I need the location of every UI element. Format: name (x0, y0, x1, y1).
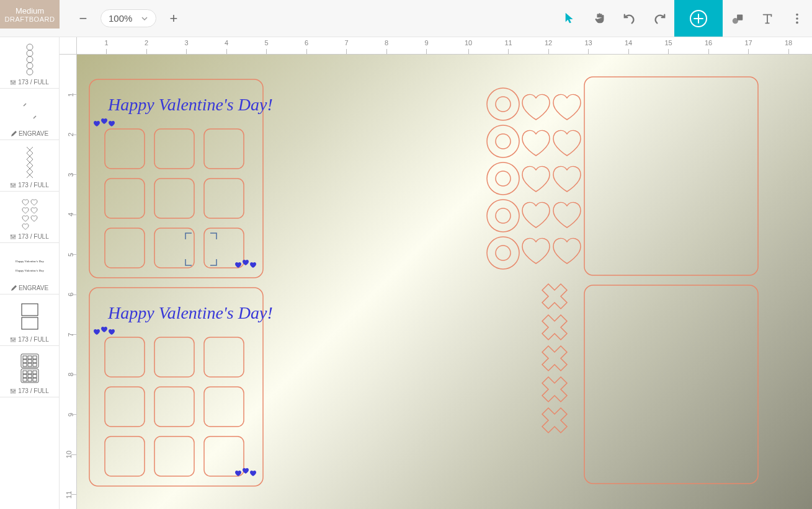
svg-point-11 (11, 81, 12, 82)
undo-button[interactable] (615, 0, 645, 37)
layer-label: 173 / FULL (10, 79, 48, 86)
svg-point-15 (12, 185, 14, 187)
svg-point-48 (12, 391, 14, 392)
svg-point-4 (796, 17, 798, 20)
svg-rect-30 (33, 356, 37, 359)
layer-label: 173 / FULL (10, 387, 48, 394)
svg-text:Happy Valentine's Day: Happy Valentine's Day (16, 269, 44, 272)
layer-item[interactable]: Happy Valentine's DayHappy Valentine's D… (0, 243, 59, 294)
svg-rect-62 (154, 337, 194, 377)
svg-rect-54 (105, 179, 145, 218)
svg-rect-29 (28, 356, 32, 359)
svg-point-12 (12, 82, 14, 84)
svg-rect-58 (154, 228, 194, 268)
svg-rect-34 (23, 363, 27, 366)
layer-thumb-circles (11, 42, 48, 76)
zoom-controls: − 100% + (74, 9, 182, 27)
settings-icon (10, 337, 16, 343)
svg-rect-31 (23, 360, 27, 363)
settings-icon (10, 79, 16, 86)
top-toolbar: Medium DRAFTBOARD − 100% + (0, 0, 812, 37)
more-vertical-icon (790, 12, 804, 25)
redo-icon (653, 12, 666, 25)
settings-icon (10, 234, 16, 240)
zoom-select[interactable]: 100% (100, 9, 156, 27)
svg-point-47 (11, 389, 12, 391)
valentine-text-1: Happy Valentine's Day! (107, 95, 273, 114)
svg-point-75 (496, 134, 511, 149)
design-canvas[interactable]: Happy Valentine's Day! Happy (77, 55, 812, 509)
svg-point-72 (487, 88, 519, 120)
svg-point-76 (487, 162, 519, 195)
svg-rect-41 (23, 374, 27, 378)
svg-rect-35 (28, 363, 32, 366)
cursor-icon (563, 12, 577, 25)
shapes-icon (731, 12, 744, 25)
svg-text:Happy Valentine's Day: Happy Valentine's Day (16, 260, 44, 263)
zoom-in-button[interactable]: + (165, 10, 182, 27)
svg-point-13 (14, 81, 16, 82)
svg-point-8 (27, 56, 33, 63)
hand-tool[interactable] (585, 0, 615, 37)
svg-point-25 (12, 340, 14, 341)
svg-rect-50 (89, 79, 263, 278)
layer-item[interactable]: 173 / FULL (0, 37, 59, 89)
zoom-out-button[interactable]: − (74, 10, 92, 27)
settings-icon (10, 388, 16, 394)
layers-sidebar: 173 / FULL ENGRAVE 173 (0, 37, 60, 509)
layer-item[interactable]: 173 / FULL (0, 192, 59, 243)
svg-point-14 (11, 184, 12, 185)
svg-rect-55 (154, 179, 194, 218)
canvas-area: 12345678910111213141516171819 1234567891… (60, 37, 812, 509)
svg-point-79 (496, 208, 511, 223)
valentine-text-2: Happy Valentine's Day! (107, 303, 273, 322)
svg-rect-22 (22, 304, 38, 316)
svg-rect-53 (204, 129, 244, 169)
material-badge[interactable]: Medium DRAFTBOARD (0, 0, 60, 29)
add-button[interactable] (674, 0, 723, 37)
svg-rect-43 (33, 374, 37, 378)
select-tool[interactable] (555, 0, 585, 37)
svg-rect-67 (105, 436, 145, 476)
svg-point-10 (27, 69, 33, 75)
layer-item[interactable]: 173 / FULL (0, 294, 59, 346)
svg-point-3 (796, 13, 798, 15)
svg-rect-71 (584, 285, 758, 484)
pencil-icon (11, 131, 17, 137)
shapes-button[interactable] (723, 0, 752, 37)
svg-point-73 (496, 97, 511, 112)
svg-point-24 (11, 338, 12, 339)
svg-rect-23 (22, 317, 38, 329)
svg-rect-33 (33, 360, 37, 363)
svg-rect-39 (28, 371, 32, 374)
svg-rect-42 (28, 374, 32, 378)
svg-point-77 (496, 171, 511, 186)
layer-label: 173 / FULL (10, 182, 48, 188)
svg-rect-68 (154, 436, 194, 476)
layer-thumb-text: Happy Valentine's DayHappy Valentine's D… (11, 248, 48, 282)
svg-rect-46 (33, 378, 37, 381)
ruler-corner (60, 37, 77, 55)
layer-label: 173 / FULL (10, 336, 48, 343)
material-line2: DRAFTBOARD (5, 15, 55, 23)
layer-item[interactable]: 173 / FULL (0, 140, 59, 192)
text-tool[interactable] (752, 0, 782, 37)
svg-rect-57 (105, 228, 145, 268)
redo-button[interactable] (645, 0, 674, 37)
svg-point-17 (11, 235, 12, 236)
svg-rect-59 (204, 228, 244, 268)
ruler-horizontal: 12345678910111213141516171819 (77, 37, 812, 55)
svg-rect-66 (204, 387, 244, 427)
svg-point-49 (14, 390, 16, 391)
hand-icon (593, 12, 607, 25)
svg-point-6 (27, 44, 33, 50)
layer-item[interactable]: 173 / FULL (0, 346, 59, 397)
pencil-icon (11, 285, 17, 291)
plus-circle-icon (689, 9, 708, 28)
settings-icon (10, 182, 16, 188)
svg-rect-38 (23, 371, 27, 374)
layer-item[interactable]: ENGRAVE (0, 89, 59, 140)
more-menu[interactable] (782, 0, 812, 37)
ruler-vertical: 1234567891011 (60, 55, 77, 509)
svg-point-19 (14, 236, 16, 237)
